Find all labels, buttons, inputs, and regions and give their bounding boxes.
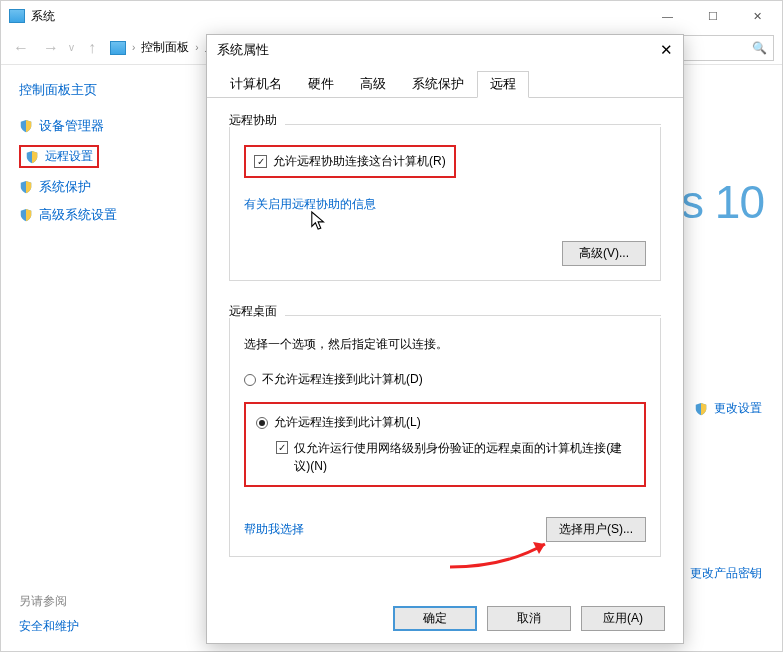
- tab-computer-name[interactable]: 计算机名: [217, 71, 295, 97]
- shield-icon: [19, 119, 33, 133]
- sidebar-home[interactable]: 控制面板主页: [19, 81, 183, 99]
- minimize-button[interactable]: —: [645, 3, 690, 29]
- sidebar-item-label: 系统保护: [39, 178, 91, 196]
- sidebar-item-label: 高级系统设置: [39, 206, 117, 224]
- sidebar-item-system-protection[interactable]: 系统保护: [19, 178, 183, 196]
- system-icon: [110, 41, 126, 55]
- dialog-titlebar[interactable]: 系统属性 ✕: [207, 35, 683, 65]
- history-dropdown[interactable]: v: [69, 42, 74, 53]
- system-icon: [9, 9, 25, 23]
- radio-icon: [244, 374, 256, 386]
- shield-icon: [694, 402, 708, 416]
- see-also-link[interactable]: 安全和维护: [19, 618, 79, 635]
- tab-row: 计算机名 硬件 高级 系统保护 远程: [207, 65, 683, 98]
- system-properties-dialog: 系统属性 ✕ 计算机名 硬件 高级 系统保护 远程 远程协助 允许远程协助连接这…: [206, 34, 684, 644]
- radio-disallow[interactable]: 不允许远程连接到此计算机(D): [244, 371, 646, 388]
- sidebar-item-advanced-settings[interactable]: 高级系统设置: [19, 206, 183, 224]
- sidebar-item-device-manager[interactable]: 设备管理器: [19, 117, 183, 135]
- ok-button[interactable]: 确定: [393, 606, 477, 631]
- tab-system-protection[interactable]: 系统保护: [399, 71, 477, 97]
- tab-hardware[interactable]: 硬件: [295, 71, 347, 97]
- cancel-button[interactable]: 取消: [487, 606, 571, 631]
- search-icon: 🔍: [752, 41, 767, 55]
- checkbox-icon: [254, 155, 267, 168]
- remote-assistance-group: 允许远程协助连接这台计算机(R) 有关启用远程协助的信息 高级(V)...: [229, 127, 661, 281]
- dialog-footer: 确定 取消 应用(A): [393, 606, 665, 631]
- bg-titlebar: 系统 — ☐ ✕: [1, 1, 782, 31]
- radio-allow[interactable]: 允许远程连接到此计算机(L): [256, 414, 634, 431]
- assist-info-link[interactable]: 有关启用远程协助的信息: [244, 197, 376, 211]
- see-also-heading: 另请参阅: [19, 593, 79, 610]
- sidebar-item-remote-settings[interactable]: 远程设置: [19, 145, 99, 168]
- tab-advanced[interactable]: 高级: [347, 71, 399, 97]
- radio-icon: [256, 417, 268, 429]
- checkbox-icon: [276, 441, 288, 454]
- desktop-desc: 选择一个选项，然后指定谁可以连接。: [244, 336, 646, 353]
- select-users-button[interactable]: 选择用户(S)...: [546, 517, 646, 542]
- sidebar: 控制面板主页 设备管理器 远程设置 系统保护 高级系统设置 另请参阅: [1, 65, 201, 651]
- advanced-button[interactable]: 高级(V)...: [562, 241, 646, 266]
- maximize-button[interactable]: ☐: [690, 3, 735, 29]
- dialog-close-button[interactable]: ✕: [633, 41, 673, 59]
- nla-checkbox[interactable]: 仅允许运行使用网络级别身份验证的远程桌面的计算机连接(建议)(N): [276, 439, 634, 475]
- apply-button[interactable]: 应用(A): [581, 606, 665, 631]
- close-button[interactable]: ✕: [735, 3, 780, 29]
- help-me-choose-link[interactable]: 帮助我选择: [244, 521, 304, 538]
- highlight-box: 允许远程协助连接这台计算机(R): [244, 145, 456, 178]
- tab-remote[interactable]: 远程: [477, 71, 529, 98]
- breadcrumb[interactable]: 控制面板: [141, 39, 189, 56]
- shield-icon: [19, 180, 33, 194]
- shield-icon: [19, 208, 33, 222]
- back-button[interactable]: ←: [9, 39, 33, 57]
- sidebar-item-label: 远程设置: [45, 148, 93, 165]
- remote-desktop-group: 选择一个选项，然后指定谁可以连接。 不允许远程连接到此计算机(D) 允许远程连接…: [229, 318, 661, 557]
- forward-button[interactable]: →: [39, 39, 63, 57]
- up-button[interactable]: ↑: [80, 39, 104, 57]
- change-settings-link[interactable]: 更改设置: [694, 400, 762, 417]
- window-title: 系统: [31, 8, 55, 25]
- dialog-title: 系统属性: [217, 41, 269, 59]
- allow-remote-assistance-checkbox[interactable]: 允许远程协助连接这台计算机(R): [254, 153, 446, 170]
- sidebar-item-label: 设备管理器: [39, 117, 104, 135]
- highlight-box: 允许远程连接到此计算机(L) 仅允许运行使用网络级别身份验证的远程桌面的计算机连…: [244, 402, 646, 487]
- shield-icon: [25, 150, 39, 164]
